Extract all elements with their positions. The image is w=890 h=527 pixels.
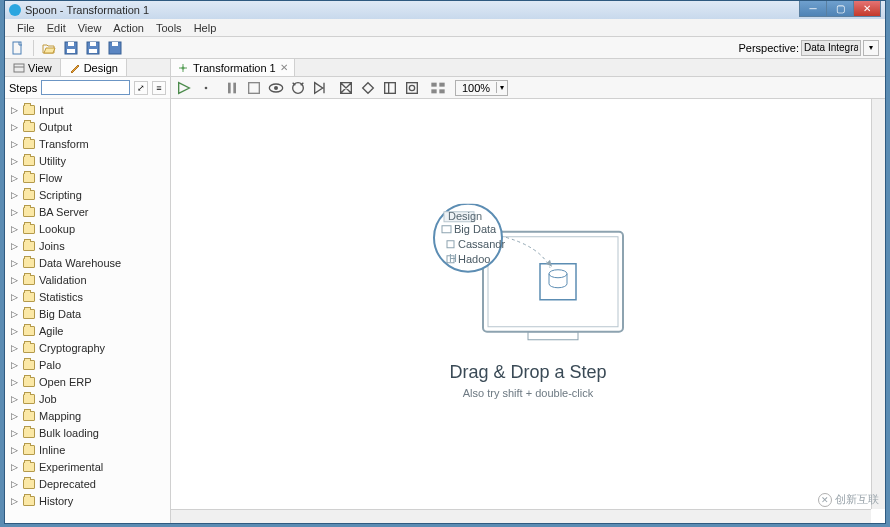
view-icon xyxy=(13,62,25,74)
pause-button[interactable] xyxy=(223,79,241,97)
expand-icon[interactable]: ▷ xyxy=(11,173,19,183)
expand-icon[interactable]: ▷ xyxy=(11,241,19,251)
expand-icon[interactable]: ▷ xyxy=(11,445,19,455)
open-button[interactable] xyxy=(40,39,58,57)
expand-icon[interactable]: ▷ xyxy=(11,326,19,336)
horizontal-scrollbar[interactable] xyxy=(171,509,871,523)
debug-button[interactable] xyxy=(289,79,307,97)
tree-item[interactable]: ▷Bulk loading xyxy=(5,424,170,441)
new-file-button[interactable] xyxy=(9,39,27,57)
expand-icon[interactable]: ▷ xyxy=(11,360,19,370)
tab-design[interactable]: Design xyxy=(61,59,127,76)
steps-tree[interactable]: ▷Input▷Output▷Transform▷Utility▷Flow▷Scr… xyxy=(5,99,170,523)
vertical-scrollbar[interactable] xyxy=(871,99,885,509)
expand-icon[interactable]: ▷ xyxy=(11,309,19,319)
tree-item[interactable]: ▷Joins xyxy=(5,237,170,254)
expand-icon[interactable]: ▷ xyxy=(11,496,19,506)
check-button[interactable] xyxy=(337,79,355,97)
expand-icon[interactable]: ▷ xyxy=(11,377,19,387)
expand-icon[interactable]: ▷ xyxy=(11,428,19,438)
save-as-button[interactable] xyxy=(84,39,102,57)
expand-icon[interactable]: ▷ xyxy=(11,462,19,472)
tab-design-label: Design xyxy=(84,62,118,74)
expand-icon[interactable]: ▷ xyxy=(11,156,19,166)
folder-icon xyxy=(23,445,35,455)
expand-icon[interactable]: ▷ xyxy=(11,122,19,132)
stop-button[interactable] xyxy=(245,79,263,97)
perspective-value[interactable] xyxy=(801,40,861,56)
collapse-all-button[interactable]: ≡ xyxy=(152,81,166,95)
expand-icon[interactable]: ▷ xyxy=(11,411,19,421)
canvas-tab[interactable]: Transformation 1 ✕ xyxy=(171,59,295,76)
svg-rect-5 xyxy=(90,42,96,46)
run-options-button[interactable] xyxy=(197,79,215,97)
tree-item[interactable]: ▷Input xyxy=(5,101,170,118)
tree-item-label: Experimental xyxy=(39,461,103,473)
replay-button[interactable] xyxy=(311,79,329,97)
tree-item[interactable]: ▷Agile xyxy=(5,322,170,339)
sql-button[interactable] xyxy=(381,79,399,97)
svg-text:Big Data: Big Data xyxy=(454,223,497,235)
tree-item-label: Statistics xyxy=(39,291,83,303)
tree-item[interactable]: ▷Output xyxy=(5,118,170,135)
tree-item[interactable]: ▷BA Server xyxy=(5,203,170,220)
expand-icon[interactable]: ▷ xyxy=(11,190,19,200)
expand-icon[interactable]: ▷ xyxy=(11,105,19,115)
expand-icon[interactable]: ▷ xyxy=(11,292,19,302)
tree-item[interactable]: ▷Lookup xyxy=(5,220,170,237)
menu-view[interactable]: View xyxy=(72,20,108,36)
tree-item[interactable]: ▷Statistics xyxy=(5,288,170,305)
save-db-button[interactable] xyxy=(106,39,124,57)
tree-item[interactable]: ▷Utility xyxy=(5,152,170,169)
tree-item[interactable]: ▷Data Warehouse xyxy=(5,254,170,271)
tree-item[interactable]: ▷Experimental xyxy=(5,458,170,475)
save-button[interactable] xyxy=(62,39,80,57)
tree-item[interactable]: ▷Open ERP xyxy=(5,373,170,390)
tree-item[interactable]: ▷Scripting xyxy=(5,186,170,203)
svg-rect-26 xyxy=(439,82,444,86)
run-button[interactable] xyxy=(175,79,193,97)
expand-icon[interactable]: ▷ xyxy=(11,343,19,353)
expand-all-button[interactable]: ⤢ xyxy=(134,81,148,95)
explore-button[interactable] xyxy=(403,79,421,97)
tree-item[interactable]: ▷Cryptography xyxy=(5,339,170,356)
expand-icon[interactable]: ▷ xyxy=(11,394,19,404)
menu-edit[interactable]: Edit xyxy=(41,20,72,36)
menu-action[interactable]: Action xyxy=(107,20,150,36)
perspective-dropdown[interactable]: ▾ xyxy=(863,40,879,56)
folder-icon xyxy=(23,292,35,302)
tree-item[interactable]: ▷Palo xyxy=(5,356,170,373)
zoom-selector[interactable]: 100% ▾ xyxy=(455,80,508,96)
tree-item[interactable]: ▷Big Data xyxy=(5,305,170,322)
impact-button[interactable] xyxy=(359,79,377,97)
close-button[interactable]: ✕ xyxy=(853,1,881,17)
folder-icon xyxy=(23,496,35,506)
expand-icon[interactable]: ▷ xyxy=(11,224,19,234)
tree-item[interactable]: ▷Flow xyxy=(5,169,170,186)
app-window: Spoon - Transformation 1 ─ ▢ ✕ File Edit… xyxy=(4,0,886,524)
menu-tools[interactable]: Tools xyxy=(150,20,188,36)
tree-item[interactable]: ▷Inline xyxy=(5,441,170,458)
tab-view[interactable]: View xyxy=(5,59,61,76)
tree-item[interactable]: ▷Job xyxy=(5,390,170,407)
canvas[interactable]: Design Big Data Cassandr H Hadoo Drag & … xyxy=(171,99,885,523)
expand-icon[interactable]: ▷ xyxy=(11,258,19,268)
show-results-button[interactable] xyxy=(429,79,447,97)
preview-button[interactable] xyxy=(267,79,285,97)
expand-icon[interactable]: ▷ xyxy=(11,479,19,489)
expand-icon[interactable]: ▷ xyxy=(11,207,19,217)
expand-icon[interactable]: ▷ xyxy=(11,139,19,149)
tree-item[interactable]: ▷Validation xyxy=(5,271,170,288)
menu-file[interactable]: File xyxy=(11,20,41,36)
tree-item[interactable]: ▷History xyxy=(5,492,170,509)
minimize-button[interactable]: ─ xyxy=(799,1,827,17)
expand-icon[interactable]: ▷ xyxy=(11,275,19,285)
tree-item[interactable]: ▷Deprecated xyxy=(5,475,170,492)
tab-close-icon[interactable]: ✕ xyxy=(280,62,288,73)
maximize-button[interactable]: ▢ xyxy=(826,1,854,17)
menu-help[interactable]: Help xyxy=(188,20,223,36)
tree-item[interactable]: ▷Mapping xyxy=(5,407,170,424)
steps-search-input[interactable] xyxy=(41,80,130,95)
zoom-dropdown-icon[interactable]: ▾ xyxy=(496,82,507,93)
tree-item[interactable]: ▷Transform xyxy=(5,135,170,152)
